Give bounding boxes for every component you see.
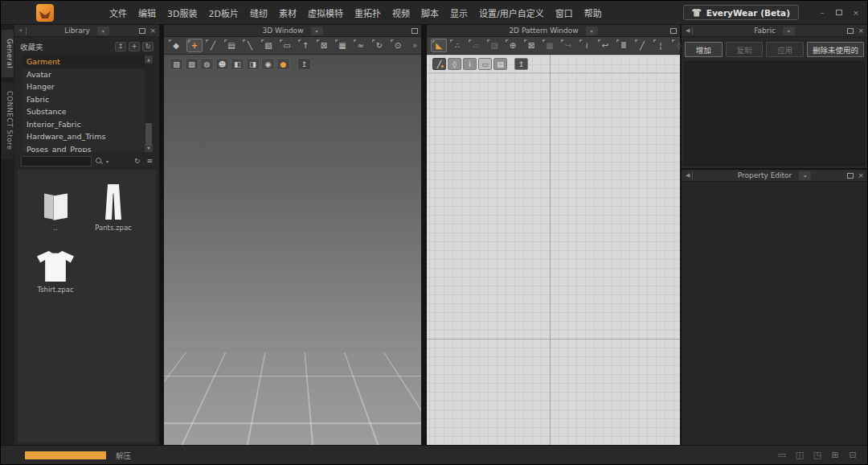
notch-tool-icon[interactable]: ¦	[653, 39, 669, 52]
library-folder-garment[interactable]: Garment	[23, 56, 145, 68]
menu-script[interactable]: 脚本	[421, 6, 439, 19]
show-pattern-outline-toggle[interactable]: ▭	[478, 58, 492, 70]
grid-tool-icon[interactable]: ▦	[334, 39, 350, 52]
scrollbar-thumb[interactable]	[145, 123, 152, 146]
refresh-view-icon[interactable]: ↻	[134, 157, 141, 165]
grid-2d-tool-icon[interactable]: ▦	[542, 39, 558, 52]
dock-pin-icon[interactable]: +	[18, 27, 27, 35]
layout-quad-icon[interactable]: ⊞	[829, 450, 841, 461]
close-panel-icon[interactable]: ×	[858, 172, 864, 179]
undock-icon[interactable]	[670, 28, 677, 34]
menu-file[interactable]: 文件	[109, 6, 127, 19]
menu-2d-pattern[interactable]: 2D板片	[208, 6, 238, 19]
pattern-info-toggle[interactable]: i	[463, 58, 477, 70]
menu-settings-customize[interactable]: 设置/用户自定义	[479, 6, 544, 19]
library-folder-hardware-and-trims[interactable]: Hardware_and_Trims	[23, 130, 145, 143]
3d-viewport[interactable]: ▧▨◍☻◧◨◉●↥	[164, 55, 421, 445]
library-folder-poses-and-props[interactable]: Poses_and_Props	[23, 143, 145, 153]
undock-icon[interactable]	[847, 173, 854, 179]
wind-tool-icon[interactable]: ≈	[353, 39, 369, 52]
transform-pattern-tool-icon[interactable]: ◣	[431, 39, 447, 52]
layout-two-pane-icon[interactable]: ◫	[793, 450, 806, 461]
refresh-icon[interactable]: ↻	[142, 42, 154, 51]
menu-help[interactable]: 帮助	[584, 6, 602, 19]
segment-sewing-tool-icon[interactable]: ≀	[579, 39, 595, 52]
pleat-tool-icon[interactable]: ⊕	[505, 39, 521, 52]
minimize-button[interactable]: –	[816, 7, 829, 19]
edit-sewing-tool-icon[interactable]: ▤	[223, 39, 240, 52]
show-environment-toggle[interactable]: ●	[276, 58, 290, 70]
undock-icon[interactable]	[139, 28, 145, 34]
library-item-tshirt[interactable]: Tshirt.zpac	[31, 245, 80, 294]
menu-edit[interactable]: 编辑	[138, 6, 156, 19]
scroll-up-icon[interactable]: ▲	[145, 56, 153, 64]
internal-line-tool-icon[interactable]: ╱	[634, 39, 650, 52]
undock-icon[interactable]	[411, 28, 418, 34]
brush-tool-toggle[interactable]: ╱	[432, 58, 446, 70]
tab-general[interactable]: General	[2, 30, 14, 77]
fabric-list[interactable]	[684, 61, 865, 166]
show-pattern-b-toggle[interactable]: ◨	[246, 58, 260, 70]
panel-menu-dropdown[interactable]: ▾	[586, 27, 598, 35]
library-item-parent-folder[interactable]: ..	[31, 183, 80, 232]
show-mesh-toggle[interactable]: ◍	[200, 58, 214, 70]
flatten-tool-icon[interactable]: ▭	[279, 39, 295, 52]
reset-3d-arrangement-icon[interactable]: ↥	[297, 58, 311, 70]
search-filter-caret-icon[interactable]: ▾	[106, 158, 108, 164]
library-folder-hanger[interactable]: Hanger	[23, 80, 145, 93]
fold-tool-icon[interactable]: ⊠	[523, 39, 539, 52]
menu-retopology[interactable]: 重拓扑	[354, 6, 381, 19]
show-textured-garment-toggle[interactable]: ▨	[185, 58, 199, 70]
dock-pin-icon[interactable]: ◀	[686, 172, 693, 179]
edit-pattern-tool-icon[interactable]: ╱	[205, 39, 221, 52]
search-input[interactable]	[21, 156, 92, 167]
show-garment-2d-toggle[interactable]: ◊	[448, 58, 461, 70]
menu-display[interactable]: 显示	[450, 6, 468, 19]
avatar-arrangement-tool-icon[interactable]: ↑	[297, 39, 313, 52]
add-favorite-icon[interactable]: +	[129, 42, 140, 51]
menu-3d-garment[interactable]: 3D服装	[167, 6, 197, 19]
edit-pattern-2d-tool-icon[interactable]: ∴	[449, 39, 465, 52]
undock-icon[interactable]	[847, 28, 854, 34]
dock-pin-icon[interactable]: ◀	[686, 27, 693, 35]
polygon-tool-icon[interactable]: ▱	[468, 39, 484, 52]
2d-viewport[interactable]: ╱◊i▭▤↥	[427, 55, 680, 445]
free-sewing-tool-icon[interactable]: ↩	[597, 39, 613, 52]
reset-2d-arrangement-icon[interactable]: ↥	[514, 58, 528, 70]
library-folder-interior-fabric[interactable]: Interior_Fabric	[23, 118, 145, 131]
show-avatar-silhouette-toggle[interactable]: ◉	[261, 58, 275, 70]
scrollbar[interactable]: ▲ ▼	[145, 56, 153, 152]
show-garment-toggle[interactable]: ▧	[170, 58, 183, 70]
pin-tool-icon[interactable]: ⊙	[390, 39, 406, 52]
layout-mixed-icon[interactable]: ◳	[811, 450, 824, 461]
show-pattern-a-toggle[interactable]: ◧	[231, 58, 244, 70]
layout-single-icon[interactable]: ▭	[776, 450, 788, 461]
library-folder-avatar[interactable]: Avatar	[23, 68, 145, 81]
menu-window[interactable]: 窗口	[555, 6, 573, 19]
search-icon[interactable]	[95, 157, 103, 165]
restore-button[interactable]	[833, 7, 845, 19]
panel-menu-dropdown[interactable]: ▾	[799, 171, 811, 180]
panel-menu-dropdown[interactable]: ▾	[311, 27, 323, 35]
select-move-tool-icon[interactable]: +	[186, 39, 203, 52]
image-tool-icon[interactable]: ▨	[486, 39, 502, 52]
panel-menu-dropdown[interactable]: ▾	[783, 27, 795, 35]
list-view-icon[interactable]: ≡	[146, 157, 153, 165]
rotate-tool-icon[interactable]: ↻	[371, 39, 387, 52]
import-icon[interactable]: ↥	[115, 42, 126, 51]
fabric-apply-button[interactable]: 应用	[766, 42, 804, 57]
close-panel-icon[interactable]: ×	[858, 27, 864, 35]
show-sewing-2d-toggle[interactable]: ▤	[493, 58, 507, 70]
toolbar-overflow-icon[interactable]: »	[412, 41, 417, 50]
curve-tool-icon[interactable]: ↪	[560, 39, 576, 52]
menu-sewing[interactable]: 缝纫	[250, 6, 268, 19]
fabric-add-button[interactable]: 增加	[685, 42, 723, 57]
library-folder-fabric[interactable]: Fabric	[23, 93, 145, 106]
library-folder-substance[interactable]: Substance	[23, 105, 145, 118]
menu-material[interactable]: 素材	[279, 6, 297, 19]
arrangement-tool-icon[interactable]: ▧	[260, 39, 276, 52]
close-panel-icon[interactable]: ×	[149, 27, 156, 35]
tab-connect-store[interactable]: CONNECT Store	[2, 82, 14, 159]
menu-avatar[interactable]: 虚拟模特	[308, 6, 343, 19]
panel-menu-dropdown[interactable]: ▾	[97, 27, 109, 35]
